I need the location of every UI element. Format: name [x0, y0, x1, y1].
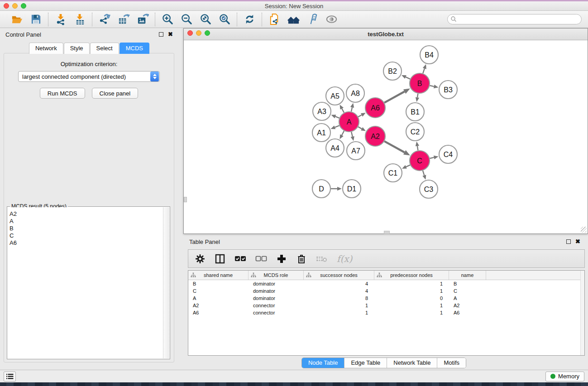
delete-column-icon[interactable] [296, 253, 307, 265]
table-cell[interactable]: A6 [449, 310, 486, 315]
deselect-all-rows-icon[interactable] [255, 253, 267, 265]
graph-node-A1[interactable]: A1 [312, 124, 330, 142]
toggle-graphics-details-icon[interactable] [305, 13, 320, 26]
zoom-in-icon[interactable] [160, 13, 175, 26]
close-window-button[interactable] [4, 3, 9, 9]
window-resize-grip[interactable] [581, 227, 587, 233]
delete-table-icon[interactable] [316, 253, 328, 265]
minimize-window-button[interactable] [12, 3, 18, 9]
table-cell[interactable]: C [188, 288, 249, 294]
table-cell[interactable]: 8 [304, 295, 374, 301]
result-item[interactable]: A [10, 218, 163, 225]
table-cell[interactable]: A [188, 295, 249, 301]
tab-motifs[interactable]: Motifs [437, 358, 466, 368]
export-image-icon[interactable] [135, 13, 150, 26]
edge-A-A4[interactable] [342, 131, 344, 135]
table-cell[interactable]: A [449, 295, 486, 301]
edge-C-C4[interactable] [430, 157, 434, 158]
add-column-icon[interactable] [276, 253, 287, 265]
column-header-predecessor-nodes[interactable]: predecessor nodes [374, 271, 449, 280]
network-canvas[interactable]: AA1A2A3A4A5A6A7A8BB1B2B3B4CC1C2C3C4DD1 [184, 40, 588, 233]
graph-node-A3[interactable]: A3 [313, 102, 331, 120]
graph-node-B[interactable]: B [410, 73, 430, 93]
graph-node-A6[interactable]: A6 [365, 98, 385, 118]
table-cell[interactable]: C [449, 288, 486, 294]
table-cell[interactable]: A2 [449, 303, 486, 308]
tab-select[interactable]: Select [90, 43, 119, 54]
table-cell[interactable]: A2 [188, 303, 249, 308]
graph-node-C3[interactable]: C3 [420, 180, 438, 198]
result-item[interactable]: A2 [10, 210, 163, 218]
mcds-result-list[interactable]: A2ABCA6 [8, 207, 163, 358]
maximize-window-button[interactable] [21, 3, 26, 9]
edge-B-B4[interactable] [423, 68, 425, 73]
float-table-panel-icon[interactable] [566, 239, 571, 244]
table-cell[interactable]: 1 [374, 310, 449, 315]
import-table-icon[interactable] [72, 13, 87, 26]
tab-mcds[interactable]: MCDS [120, 43, 149, 54]
tab-edge-table[interactable]: Edge Table [344, 358, 387, 368]
graph-node-D[interactable]: D [312, 180, 330, 198]
tab-node-table[interactable]: Node Table [302, 358, 345, 368]
graph-node-B4[interactable]: B4 [420, 46, 438, 64]
table-cell[interactable]: 4 [304, 281, 374, 286]
memory-button[interactable]: Memory [545, 372, 584, 381]
edge-A2-C[interactable] [384, 141, 405, 152]
graph-node-B2[interactable]: B2 [383, 62, 402, 80]
search-input[interactable] [447, 14, 582, 24]
network-maximize-button[interactable] [205, 30, 210, 36]
network-close-button[interactable] [187, 30, 193, 36]
edge-A6-B[interactable] [384, 91, 405, 103]
tab-network[interactable]: Network [29, 43, 63, 54]
edge-B-B2[interactable] [406, 77, 410, 79]
run-mcds-button[interactable]: Run MCDS [40, 88, 85, 99]
graph-node-C2[interactable]: C2 [406, 123, 424, 141]
table-row[interactable]: Bdominator41B [188, 280, 584, 287]
zoom-out-icon[interactable] [179, 13, 194, 26]
table-cell[interactable]: 4 [304, 288, 374, 294]
table-row[interactable]: A6connector11A6 [188, 309, 584, 316]
table-cell[interactable]: dominator [249, 288, 304, 294]
edge-A-A6[interactable] [358, 115, 362, 117]
table-cell[interactable]: dominator [249, 295, 304, 301]
node-table[interactable]: shared nameMCDS rolesuccessor nodesprede… [188, 270, 585, 356]
column-layout-icon[interactable] [215, 253, 225, 265]
refresh-layout-icon[interactable] [242, 13, 257, 26]
graph-node-D1[interactable]: D1 [343, 180, 361, 198]
network-minimize-button[interactable] [196, 30, 201, 36]
task-history-button[interactable] [4, 372, 16, 381]
table-cell[interactable]: dominator [249, 281, 304, 286]
table-row[interactable]: A2connector11A2 [188, 302, 584, 309]
edge-C-C3[interactable] [423, 171, 424, 176]
edge-A-A3[interactable] [335, 116, 339, 118]
graph-node-C[interactable]: C [410, 151, 430, 171]
table-cell[interactable]: 1 [304, 310, 374, 315]
table-settings-icon[interactable] [195, 253, 206, 265]
graph-node-A7[interactable]: A7 [347, 142, 365, 160]
export-network-icon[interactable] [97, 13, 112, 26]
result-item[interactable]: A6 [10, 239, 163, 247]
function-builder-icon[interactable]: f(x) [337, 253, 352, 265]
table-cell[interactable]: 1 [304, 303, 374, 308]
clone-network-icon[interactable] [267, 13, 282, 26]
column-header-name[interactable]: name [449, 271, 486, 280]
graph-node-C1[interactable]: C1 [384, 164, 402, 182]
table-cell[interactable]: B [188, 281, 249, 286]
open-session-icon[interactable] [9, 13, 24, 26]
close-panel-icon[interactable]: ✖ [168, 32, 173, 37]
tab-style[interactable]: Style [64, 43, 90, 54]
table-cell[interactable]: connector [249, 303, 304, 308]
result-scrollbar[interactable] [163, 207, 169, 358]
graph-node-A[interactable]: A [339, 112, 359, 132]
splitter-handle-left[interactable] [184, 197, 187, 202]
edge-A-A1[interactable] [335, 125, 339, 127]
save-session-icon[interactable] [28, 13, 43, 26]
result-item[interactable]: C [10, 232, 163, 239]
result-item[interactable]: B [10, 225, 163, 232]
zoom-selected-icon[interactable] [217, 13, 232, 26]
graph-node-C4[interactable]: C4 [439, 145, 457, 163]
table-row[interactable]: Adominator80A [188, 295, 584, 302]
edge-C-C2[interactable] [417, 146, 418, 151]
close-panel-button[interactable]: Close panel [92, 88, 139, 99]
export-table-icon[interactable] [116, 13, 131, 26]
